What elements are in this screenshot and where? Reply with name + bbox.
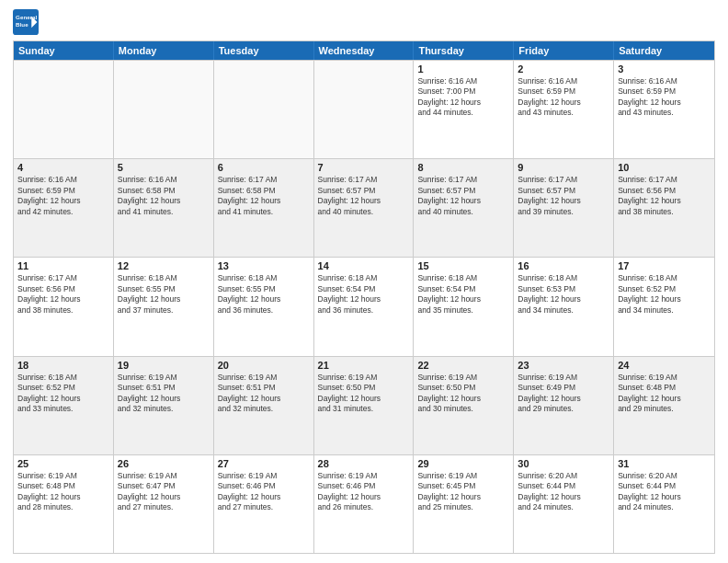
day-cell-11: 11Sunrise: 6:17 AM Sunset: 6:56 PM Dayli…	[14, 258, 114, 355]
day-info: Sunrise: 6:19 AM Sunset: 6:49 PM Dayligh…	[518, 373, 609, 415]
day-cell-7: 7Sunrise: 6:17 AM Sunset: 6:57 PM Daylig…	[314, 159, 415, 257]
day-cell-31: 31Sunrise: 6:20 AM Sunset: 6:44 PM Dayli…	[614, 455, 714, 553]
empty-cell	[14, 61, 114, 158]
day-info: Sunrise: 6:18 AM Sunset: 6:52 PM Dayligh…	[17, 373, 109, 415]
day-info: Sunrise: 6:18 AM Sunset: 6:54 PM Dayligh…	[417, 273, 509, 316]
day-number: 31	[618, 458, 711, 469]
day-info: Sunrise: 6:18 AM Sunset: 6:53 PM Dayligh…	[518, 273, 609, 316]
empty-cell	[214, 61, 314, 158]
day-number: 8	[417, 162, 509, 173]
day-number: 27	[218, 458, 310, 469]
day-cell-8: 8Sunrise: 6:17 AM Sunset: 6:57 PM Daylig…	[414, 159, 514, 257]
day-cell-27: 27Sunrise: 6:19 AM Sunset: 6:46 PM Dayli…	[214, 455, 314, 553]
day-info: Sunrise: 6:17 AM Sunset: 6:57 PM Dayligh…	[518, 175, 609, 217]
empty-cell	[314, 61, 415, 158]
weekday-header-wednesday: Wednesday	[314, 41, 415, 60]
day-number: 1	[417, 63, 509, 75]
day-number: 22	[417, 360, 509, 371]
day-info: Sunrise: 6:18 AM Sunset: 6:55 PM Dayligh…	[118, 273, 210, 316]
day-cell-23: 23Sunrise: 6:19 AM Sunset: 6:49 PM Dayli…	[514, 357, 614, 454]
day-info: Sunrise: 6:19 AM Sunset: 6:50 PM Dayligh…	[318, 373, 410, 415]
day-number: 28	[318, 458, 410, 469]
day-number: 23	[518, 360, 609, 371]
calendar: SundayMondayTuesdayWednesdayThursdayFrid…	[13, 40, 715, 554]
day-info: Sunrise: 6:17 AM Sunset: 6:57 PM Dayligh…	[318, 175, 410, 217]
day-info: Sunrise: 6:18 AM Sunset: 6:54 PM Dayligh…	[318, 273, 410, 316]
day-number: 15	[417, 260, 509, 271]
day-number: 19	[118, 360, 210, 371]
day-info: Sunrise: 6:16 AM Sunset: 6:58 PM Dayligh…	[118, 175, 210, 217]
day-info: Sunrise: 6:19 AM Sunset: 6:48 PM Dayligh…	[17, 471, 109, 513]
day-number: 26	[118, 458, 210, 469]
day-info: Sunrise: 6:17 AM Sunset: 6:58 PM Dayligh…	[218, 175, 310, 217]
day-info: Sunrise: 6:18 AM Sunset: 6:55 PM Dayligh…	[218, 273, 310, 316]
day-number: 6	[218, 162, 310, 173]
day-cell-6: 6Sunrise: 6:17 AM Sunset: 6:58 PM Daylig…	[214, 159, 314, 257]
svg-text:Blue: Blue	[16, 21, 28, 28]
day-cell-12: 12Sunrise: 6:18 AM Sunset: 6:55 PM Dayli…	[114, 258, 214, 355]
day-info: Sunrise: 6:18 AM Sunset: 6:52 PM Dayligh…	[618, 273, 711, 316]
day-cell-30: 30Sunrise: 6:20 AM Sunset: 6:44 PM Dayli…	[514, 455, 614, 553]
calendar-row-1: 1Sunrise: 6:16 AM Sunset: 7:00 PM Daylig…	[14, 60, 714, 158]
day-info: Sunrise: 6:19 AM Sunset: 6:46 PM Dayligh…	[218, 471, 310, 513]
calendar-row-2: 4Sunrise: 6:16 AM Sunset: 6:59 PM Daylig…	[14, 158, 714, 257]
weekday-header-monday: Monday	[114, 41, 214, 60]
empty-cell	[114, 61, 214, 158]
day-info: Sunrise: 6:17 AM Sunset: 6:56 PM Dayligh…	[17, 273, 109, 316]
day-cell-20: 20Sunrise: 6:19 AM Sunset: 6:51 PM Dayli…	[214, 357, 314, 454]
day-number: 16	[518, 260, 609, 271]
day-cell-4: 4Sunrise: 6:16 AM Sunset: 6:59 PM Daylig…	[14, 159, 114, 257]
day-cell-13: 13Sunrise: 6:18 AM Sunset: 6:55 PM Dayli…	[214, 258, 314, 355]
day-cell-29: 29Sunrise: 6:19 AM Sunset: 6:45 PM Dayli…	[414, 455, 514, 553]
day-info: Sunrise: 6:19 AM Sunset: 6:48 PM Dayligh…	[618, 373, 711, 415]
day-number: 21	[318, 360, 410, 371]
day-info: Sunrise: 6:17 AM Sunset: 6:57 PM Dayligh…	[417, 175, 509, 217]
calendar-row-4: 18Sunrise: 6:18 AM Sunset: 6:52 PM Dayli…	[14, 356, 714, 454]
day-cell-2: 2Sunrise: 6:16 AM Sunset: 6:59 PM Daylig…	[514, 61, 614, 158]
day-cell-10: 10Sunrise: 6:17 AM Sunset: 6:56 PM Dayli…	[614, 159, 714, 257]
day-cell-1: 1Sunrise: 6:16 AM Sunset: 7:00 PM Daylig…	[414, 61, 514, 158]
day-info: Sunrise: 6:17 AM Sunset: 6:56 PM Dayligh…	[618, 175, 711, 217]
day-cell-9: 9Sunrise: 6:17 AM Sunset: 6:57 PM Daylig…	[514, 159, 614, 257]
day-number: 9	[518, 162, 609, 173]
day-cell-17: 17Sunrise: 6:18 AM Sunset: 6:52 PM Dayli…	[614, 258, 714, 355]
day-cell-21: 21Sunrise: 6:19 AM Sunset: 6:50 PM Dayli…	[314, 357, 415, 454]
day-cell-26: 26Sunrise: 6:19 AM Sunset: 6:47 PM Dayli…	[114, 455, 214, 553]
weekday-header-sunday: Sunday	[14, 41, 114, 60]
day-cell-22: 22Sunrise: 6:19 AM Sunset: 6:50 PM Dayli…	[414, 357, 514, 454]
day-cell-28: 28Sunrise: 6:19 AM Sunset: 6:46 PM Dayli…	[314, 455, 415, 553]
weekday-header-saturday: Saturday	[614, 41, 714, 60]
day-cell-15: 15Sunrise: 6:18 AM Sunset: 6:54 PM Dayli…	[414, 258, 514, 355]
day-number: 7	[318, 162, 410, 173]
weekday-header-thursday: Thursday	[414, 41, 514, 60]
day-number: 13	[218, 260, 310, 271]
day-info: Sunrise: 6:20 AM Sunset: 6:44 PM Dayligh…	[518, 471, 609, 513]
day-info: Sunrise: 6:16 AM Sunset: 6:59 PM Dayligh…	[618, 76, 711, 119]
day-info: Sunrise: 6:16 AM Sunset: 6:59 PM Dayligh…	[17, 175, 109, 217]
day-info: Sunrise: 6:19 AM Sunset: 6:45 PM Dayligh…	[417, 471, 509, 513]
calendar-row-3: 11Sunrise: 6:17 AM Sunset: 6:56 PM Dayli…	[14, 257, 714, 355]
header: General Blue	[13, 9, 715, 35]
day-info: Sunrise: 6:16 AM Sunset: 6:59 PM Dayligh…	[518, 76, 609, 119]
day-number: 25	[17, 458, 109, 469]
day-number: 29	[417, 458, 509, 469]
day-info: Sunrise: 6:19 AM Sunset: 6:47 PM Dayligh…	[118, 471, 210, 513]
day-cell-3: 3Sunrise: 6:16 AM Sunset: 6:59 PM Daylig…	[614, 61, 714, 158]
page: General Blue SundayMondayTuesdayWednesda…	[0, 0, 728, 563]
logo: General Blue	[13, 9, 42, 35]
day-number: 17	[618, 260, 711, 271]
day-number: 12	[118, 260, 210, 271]
day-cell-18: 18Sunrise: 6:18 AM Sunset: 6:52 PM Dayli…	[14, 357, 114, 454]
calendar-body: 1Sunrise: 6:16 AM Sunset: 7:00 PM Daylig…	[14, 60, 714, 553]
day-info: Sunrise: 6:19 AM Sunset: 6:51 PM Dayligh…	[118, 373, 210, 415]
day-number: 14	[318, 260, 410, 271]
day-info: Sunrise: 6:19 AM Sunset: 6:50 PM Dayligh…	[417, 373, 509, 415]
day-number: 11	[17, 260, 109, 271]
logo-icon: General Blue	[13, 9, 39, 35]
day-info: Sunrise: 6:20 AM Sunset: 6:44 PM Dayligh…	[618, 471, 711, 513]
day-cell-5: 5Sunrise: 6:16 AM Sunset: 6:58 PM Daylig…	[114, 159, 214, 257]
day-cell-25: 25Sunrise: 6:19 AM Sunset: 6:48 PM Dayli…	[14, 455, 114, 553]
day-cell-24: 24Sunrise: 6:19 AM Sunset: 6:48 PM Dayli…	[614, 357, 714, 454]
weekday-header-friday: Friday	[514, 41, 614, 60]
day-cell-19: 19Sunrise: 6:19 AM Sunset: 6:51 PM Dayli…	[114, 357, 214, 454]
